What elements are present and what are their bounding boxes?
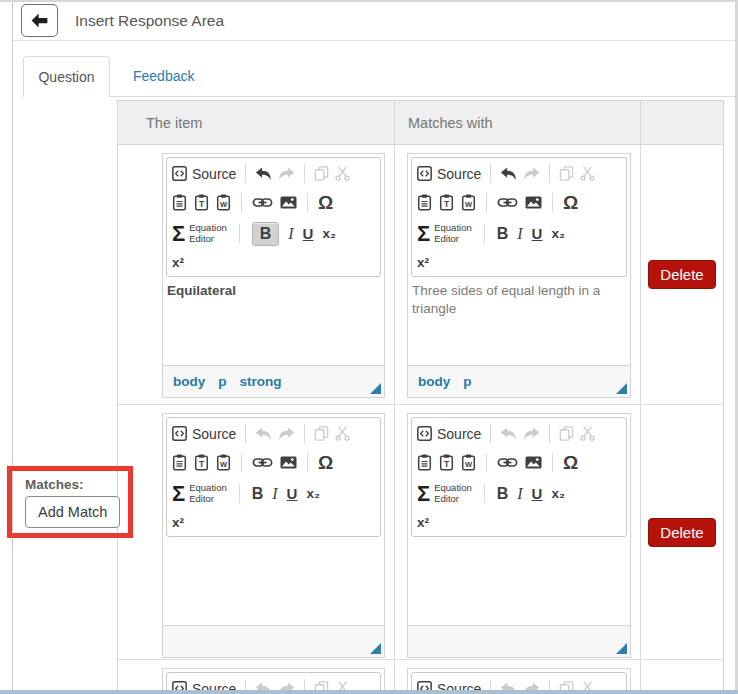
- image-icon[interactable]: [280, 456, 297, 469]
- subscript-button[interactable]: x₂: [322, 226, 336, 241]
- superscript-button[interactable]: x²: [172, 515, 184, 530]
- image-icon[interactable]: [525, 456, 542, 469]
- link-icon[interactable]: [497, 457, 518, 468]
- redo-icon[interactable]: [523, 427, 540, 441]
- element-path-item[interactable]: body: [173, 374, 205, 389]
- bold-button[interactable]: B: [252, 222, 280, 246]
- superscript-button[interactable]: x²: [417, 515, 429, 530]
- source-button[interactable]: Source: [172, 426, 236, 442]
- underline-button[interactable]: U: [532, 225, 543, 242]
- editor-footer: body p: [408, 365, 630, 397]
- undo-icon[interactable]: [500, 167, 517, 181]
- sigma-icon: Σ: [417, 483, 430, 505]
- bold-button[interactable]: B: [497, 225, 509, 243]
- undo-icon[interactable]: [255, 427, 272, 441]
- paste-plain-text-icon[interactable]: [439, 194, 454, 211]
- superscript-button[interactable]: x²: [417, 255, 429, 270]
- paste-icon[interactable]: [172, 194, 187, 211]
- paste-icon[interactable]: [417, 194, 432, 211]
- toolbar-separator: [490, 424, 491, 443]
- undo-icon[interactable]: [500, 427, 517, 441]
- special-character-icon[interactable]: Ω: [318, 453, 333, 472]
- subscript-button[interactable]: x₂: [306, 486, 320, 501]
- source-button[interactable]: Source: [172, 166, 236, 182]
- editor-content[interactable]: [163, 540, 384, 625]
- special-character-icon[interactable]: Ω: [563, 453, 578, 472]
- superscript-button[interactable]: x²: [172, 255, 184, 270]
- element-path-item[interactable]: body: [418, 374, 450, 389]
- image-icon[interactable]: [525, 196, 542, 209]
- bold-button[interactable]: B: [497, 485, 509, 503]
- editor-toolbar: Source: [411, 417, 627, 537]
- tab-question[interactable]: Question: [23, 56, 110, 97]
- underline-button[interactable]: U: [303, 225, 314, 242]
- editor-content[interactable]: Three sides of equal length in a triangl…: [408, 280, 630, 365]
- equation-editor-button[interactable]: Σ EquationEditor: [172, 483, 227, 505]
- toolbar-separator: [241, 453, 242, 472]
- cut-icon[interactable]: [580, 166, 595, 181]
- add-match-button[interactable]: Add Match: [25, 496, 120, 528]
- subscript-button[interactable]: x₂: [551, 486, 565, 501]
- equation-editor-button[interactable]: Σ EquationEditor: [172, 223, 227, 245]
- delete-button[interactable]: Delete: [648, 260, 715, 289]
- resize-handle[interactable]: [370, 643, 381, 654]
- element-path-item[interactable]: strong: [240, 374, 282, 389]
- paste-plain-text-icon[interactable]: [439, 454, 454, 471]
- sigma-icon: Σ: [417, 223, 430, 245]
- delete-button[interactable]: Delete: [648, 518, 715, 547]
- element-path-item[interactable]: p: [463, 374, 471, 389]
- link-icon[interactable]: [252, 197, 273, 208]
- rich-text-editor-match-2: Source: [407, 413, 631, 658]
- paste-plain-text-icon[interactable]: [194, 194, 209, 211]
- cut-icon[interactable]: [580, 426, 595, 441]
- redo-icon[interactable]: [278, 427, 295, 441]
- underline-button[interactable]: U: [532, 485, 543, 502]
- resize-handle[interactable]: [370, 383, 381, 394]
- source-icon: [417, 426, 432, 441]
- italic-button[interactable]: I: [288, 225, 293, 243]
- toolbar-separator: [245, 164, 246, 183]
- paste-from-word-icon[interactable]: [461, 194, 476, 211]
- source-button[interactable]: Source: [417, 166, 481, 182]
- cut-icon[interactable]: [335, 166, 350, 181]
- undo-icon[interactable]: [255, 167, 272, 181]
- italic-button[interactable]: I: [517, 485, 522, 503]
- equation-editor-button[interactable]: Σ EquationEditor: [417, 483, 472, 505]
- paste-from-word-icon[interactable]: [216, 454, 231, 471]
- copy-icon[interactable]: [559, 426, 574, 441]
- sigma-icon: Σ: [172, 483, 185, 505]
- source-button[interactable]: Source: [417, 426, 481, 442]
- paste-from-word-icon[interactable]: [461, 454, 476, 471]
- tab-feedback[interactable]: Feedback: [133, 56, 194, 97]
- link-icon[interactable]: [252, 457, 273, 468]
- redo-icon[interactable]: [278, 167, 295, 181]
- paste-from-word-icon[interactable]: [216, 194, 231, 211]
- resize-handle[interactable]: [616, 383, 627, 394]
- editor-content[interactable]: Equilateral: [163, 280, 384, 365]
- italic-button[interactable]: I: [272, 485, 277, 503]
- copy-icon[interactable]: [559, 166, 574, 181]
- italic-button[interactable]: I: [517, 225, 522, 243]
- source-button-label: Source: [437, 166, 481, 182]
- back-button[interactable]: [21, 4, 58, 37]
- copy-icon[interactable]: [314, 166, 329, 181]
- rich-text-editor-item-2: Source: [162, 413, 385, 658]
- cut-icon[interactable]: [335, 426, 350, 441]
- paste-icon[interactable]: [172, 454, 187, 471]
- paste-plain-text-icon[interactable]: [194, 454, 209, 471]
- source-icon: [417, 166, 432, 181]
- bold-button[interactable]: B: [252, 485, 264, 503]
- image-icon[interactable]: [280, 196, 297, 209]
- element-path-item[interactable]: p: [218, 374, 226, 389]
- equation-editor-button[interactable]: Σ EquationEditor: [417, 223, 472, 245]
- copy-icon[interactable]: [314, 426, 329, 441]
- resize-handle[interactable]: [616, 643, 627, 654]
- special-character-icon[interactable]: Ω: [318, 193, 333, 212]
- underline-button[interactable]: U: [287, 485, 298, 502]
- paste-icon[interactable]: [417, 454, 432, 471]
- subscript-button[interactable]: x₂: [551, 226, 565, 241]
- redo-icon[interactable]: [523, 167, 540, 181]
- special-character-icon[interactable]: Ω: [563, 193, 578, 212]
- editor-content[interactable]: [408, 540, 630, 625]
- link-icon[interactable]: [497, 197, 518, 208]
